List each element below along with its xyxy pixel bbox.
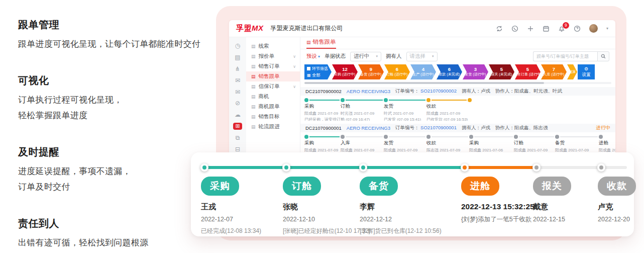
stage-label: 生产 (进行中) <box>412 72 434 76</box>
timeline-stage-line2: 已收货款 (07-09 16:53) <box>426 117 512 121</box>
sidebar-menu: ▤线索▤报价单∨▤销售订单∨▤销售跟单▤信保订单∨▤商机▤商机跟单▤销售目标▤轮… <box>246 37 300 153</box>
timeline-dot <box>341 98 345 102</box>
sidebar-item-商机跟单[interactable]: ▤商机跟单 <box>246 102 300 112</box>
cloud-icon[interactable]: ☁ <box>233 111 242 119</box>
timeline-segment <box>343 100 386 101</box>
tracking-timeline-card: 采购王戎2022-12-07已经完成(12-08 13:34)订舱张晓2022-… <box>191 152 634 236</box>
flow-stage-备货[interactable]: 9备货 (进行中) <box>358 64 384 79</box>
owner-text: 拥有人：卢戎 <box>462 125 490 131</box>
sync-icon[interactable] <box>496 25 503 32</box>
menu-doc-icon: ▤ <box>251 94 256 99</box>
chevron-down-icon: ▾ <box>318 54 320 59</box>
search-button[interactable] <box>597 51 609 61</box>
avatar-caret-icon[interactable]: ▾ <box>606 26 608 31</box>
flow-stage-采购[interactable]: 12采购 (进行中) <box>332 64 358 79</box>
flow-stage-入库[interactable]: 7入库 (进行中) <box>541 64 567 79</box>
mail-open-icon[interactable]: ✉ <box>233 88 242 96</box>
user-avatar[interactable] <box>589 24 598 33</box>
flow-filter-head[interactable]: 环节筛选 ▦全部 <box>304 64 332 79</box>
org-icon[interactable]: ⋔ <box>233 65 242 73</box>
order-no-group: 订单编号： SO21070900002 <box>395 88 457 95</box>
checkbox-icon[interactable] <box>307 67 310 70</box>
feature-title: 责任到人 <box>18 217 219 230</box>
header-toolbar: 9 ▾ <box>496 24 608 33</box>
flow-stage-订舱[interactable]: 6订舱 (进行中) <box>384 64 410 79</box>
sidebar-item-线索[interactable]: ▤线索 <box>246 41 300 51</box>
feature-text: 订单执行过程可视化呈现， <box>18 92 219 108</box>
menu-doc-icon: ▤ <box>251 44 256 49</box>
stage-pill: 采购 <box>201 177 239 196</box>
flow-stage-报关[interactable]: 5报关 (未完成) <box>489 64 514 79</box>
flow-stage-结算[interactable]: 结算 <box>567 64 577 79</box>
order-no-link[interactable]: SO21070900002 <box>420 88 457 94</box>
stage-date: 2022-12-20 <box>598 216 644 223</box>
sidebar-item-报价单[interactable]: ▤报价单∨ <box>246 51 300 61</box>
grid-icon: ▦ <box>307 73 311 77</box>
help-icon[interactable] <box>574 25 581 32</box>
link-icon[interactable]: ⊘ <box>233 100 242 107</box>
timeline-segment <box>306 136 343 137</box>
notification-badge: 9 <box>563 22 569 29</box>
overlay-dot <box>359 163 367 172</box>
contact-card-icon[interactable]: ▤ <box>233 54 242 61</box>
flow-stage-发货[interactable]: 3发货 (进行中) <box>463 64 488 79</box>
overlay-segment <box>204 166 286 169</box>
headset-icon[interactable] <box>511 25 518 32</box>
timeline-dot <box>384 135 388 139</box>
calendar-icon[interactable] <box>543 25 550 32</box>
owner-text: 拥有人：卢戎 <box>462 88 490 95</box>
horizontal-scrollbar[interactable] <box>304 82 611 84</box>
overlay-segment <box>465 166 536 169</box>
sidebar-item-轮流跟进[interactable]: ▤轮流跟进 <box>246 122 300 132</box>
overlay-dot-core <box>202 165 206 170</box>
stage-note: [李辉]货已到仓库(12-12 10:56) <box>360 227 460 235</box>
customer-link[interactable]: AERO RECEIVING3 <box>347 89 390 94</box>
order-no-link[interactable]: SO21070900001 <box>420 125 457 130</box>
app-window: 孚盟MX 孚盟麦克斯进出口有限公司 9 ▾ ◷▤⋔✉✉⊘☁⊞⧉⊟ ▤线索▤报价单… <box>229 20 615 153</box>
flow-stage-收款[interactable]: 6收款 (未完成) <box>437 64 462 79</box>
sidebar-item-销售跟单[interactable]: ▤销售跟单 <box>246 71 300 81</box>
order-code[interactable]: DC21070900002 <box>305 89 342 94</box>
overlay-dot <box>461 163 469 172</box>
timeline-dot <box>599 135 603 139</box>
flow-stage-销售订单[interactable]: 5销售订单 (进行中) <box>515 64 541 79</box>
tab-sales-tracking[interactable]: ▤ 销售跟单 <box>306 38 336 49</box>
bell-icon[interactable]: 9 <box>558 25 565 32</box>
timeline-dot <box>555 135 559 139</box>
order-row: DC21070900002AERO RECEIVING3订单编号： SO2107… <box>300 87 615 121</box>
document-icon: ▤ <box>306 40 311 45</box>
timeline-dot <box>341 135 345 139</box>
timeline-segment <box>306 100 343 101</box>
sidebar-item-信保订单[interactable]: ▤信保订单∨ <box>246 81 300 92</box>
flow-settings-button[interactable]: ⚙ 设置 <box>578 64 595 79</box>
dashboard-icon[interactable]: ◷ <box>233 42 242 50</box>
sidebar-item-销售目标[interactable]: ▤销售目标 <box>246 112 300 122</box>
overlay-segment <box>363 166 465 169</box>
sales-module-icon[interactable]: ⊞ <box>233 123 242 130</box>
timeline-stage-name: 收款 <box>426 103 512 110</box>
overlay-dot <box>597 163 605 172</box>
chevron-down-icon: ▾ <box>376 54 378 58</box>
order-row-header[interactable]: DC21070900001AERO RECEIVING3订单编号： SO2107… <box>300 124 615 132</box>
mail-icon[interactable]: ✉ <box>233 76 242 84</box>
stage-pill: 订舱 <box>283 177 321 196</box>
preset-dropdown[interactable]: 预设▾ <box>306 53 320 60</box>
customer-link[interactable]: AERO RECEIVING3 <box>347 125 390 131</box>
archive-icon[interactable]: ⊟ <box>233 145 242 153</box>
owner-select[interactable]: 请选择▾ <box>406 52 438 61</box>
overlay-dot-core <box>284 165 288 170</box>
feature-block: 责任到人出错有迹可循，轻松找到问题根源 <box>18 217 219 250</box>
search-input[interactable] <box>533 51 597 61</box>
feature-text: 跟单进度可视化呈现，让每个订单都能准时交付 <box>18 36 219 52</box>
feature-block: 及时提醒进度延误提醒，事项不遗漏，订单及时交付 <box>18 145 219 195</box>
status-select[interactable]: 进行中▾ <box>350 52 381 61</box>
sidebar-item-商机[interactable]: ▤商机 <box>246 92 300 102</box>
main-panel: ▤ 销售跟单 预设▾ 单据状态 进行中▾ 拥有人 请选择▾ <box>300 37 615 153</box>
order-row-header[interactable]: DC21070900002AERO RECEIVING3订单编号： SO2107… <box>300 87 615 96</box>
flow-stage-生产[interactable]: 4生产 (进行中) <box>410 64 436 79</box>
plus-icon[interactable] <box>527 25 534 32</box>
copy-icon[interactable]: ⧉ <box>233 134 242 141</box>
status-filter-label: 单据状态 <box>325 53 346 60</box>
sidebar-item-销售订单[interactable]: ▤销售订单∨ <box>246 61 300 71</box>
order-code[interactable]: DC21070900001 <box>305 125 342 131</box>
